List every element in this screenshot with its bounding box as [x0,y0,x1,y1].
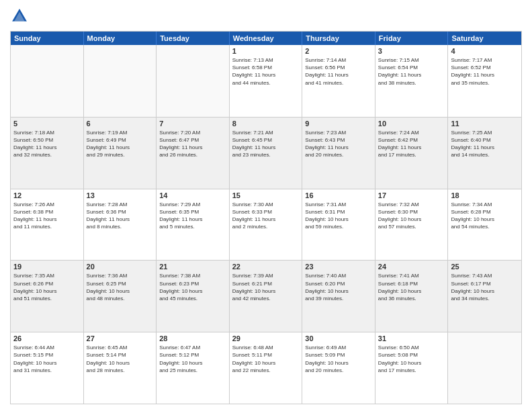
cell-info: Sunrise: 7:26 AMSunset: 6:38 PMDaylight:… [13,201,81,231]
calendar-cell-11: 9Sunrise: 7:23 AMSunset: 6:43 PMDaylight… [302,118,375,189]
day-number: 23 [305,263,372,271]
calendar-row-4: 19Sunrise: 7:35 AMSunset: 6:26 PMDayligh… [11,260,521,332]
cell-info: Sunrise: 7:25 AMSunset: 6:40 PMDaylight:… [451,129,519,159]
day-number: 16 [305,191,372,199]
day-number: 7 [159,120,226,128]
cell-info: Sunrise: 7:41 AMSunset: 6:18 PMDaylight:… [378,272,445,302]
day-number: 28 [159,334,226,342]
calendar-cell-9: 7Sunrise: 7:20 AMSunset: 6:47 PMDaylight… [157,118,230,189]
cell-info: Sunrise: 7:32 AMSunset: 6:30 PMDaylight:… [378,201,445,231]
header-day-saturday: Saturday [448,32,521,45]
cell-info: Sunrise: 7:15 AMSunset: 6:54 PMDaylight:… [378,56,445,87]
header [10,7,522,26]
calendar-body: 1Sunrise: 7:13 AMSunset: 6:58 PMDaylight… [11,45,521,404]
calendar-cell-25: 23Sunrise: 7:40 AMSunset: 6:20 PMDayligh… [302,261,375,332]
cell-info: Sunrise: 6:48 AMSunset: 5:11 PMDaylight:… [232,344,300,374]
calendar-row-1: 1Sunrise: 7:13 AMSunset: 6:58 PMDaylight… [11,45,521,117]
day-number: 11 [451,120,519,128]
calendar-cell-22: 20Sunrise: 7:36 AMSunset: 6:25 PMDayligh… [84,261,157,332]
cell-info: Sunrise: 7:29 AMSunset: 6:35 PMDaylight:… [159,201,226,231]
cell-info: Sunrise: 6:44 AMSunset: 5:15 PMDaylight:… [13,344,81,374]
cell-info: Sunrise: 7:20 AMSunset: 6:47 PMDaylight:… [159,129,226,159]
header-day-monday: Monday [84,32,157,45]
day-number: 4 [451,47,519,55]
day-number: 19 [13,263,81,271]
day-number: 17 [378,191,445,199]
day-number: 8 [232,120,300,128]
day-number: 21 [159,263,226,271]
day-number: 27 [87,334,154,342]
header-day-thursday: Thursday [302,32,375,45]
calendar-cell-34 [448,332,521,404]
day-number: 13 [87,191,154,199]
calendar-cell-13: 11Sunrise: 7:25 AMSunset: 6:40 PMDayligh… [448,118,521,189]
header-day-tuesday: Tuesday [157,32,230,45]
calendar-cell-12: 10Sunrise: 7:24 AMSunset: 6:42 PMDayligh… [375,118,449,189]
cell-info: Sunrise: 7:40 AMSunset: 6:20 PMDaylight:… [305,272,372,302]
calendar-cell-27: 25Sunrise: 7:43 AMSunset: 6:17 PMDayligh… [448,261,521,332]
day-number: 20 [87,263,154,271]
day-number: 22 [232,263,300,271]
day-number: 30 [305,334,372,342]
logo [10,7,32,26]
day-number: 6 [87,120,154,128]
header-day-wednesday: Wednesday [230,32,303,45]
calendar-cell-0 [11,45,84,117]
calendar-row-3: 12Sunrise: 7:26 AMSunset: 6:38 PMDayligh… [11,189,521,261]
cell-info: Sunrise: 7:43 AMSunset: 6:17 PMDaylight:… [451,272,519,302]
calendar-cell-21: 19Sunrise: 7:35 AMSunset: 6:26 PMDayligh… [11,261,84,332]
cell-info: Sunrise: 7:14 AMSunset: 6:56 PMDaylight:… [305,56,372,87]
calendar-cell-8: 6Sunrise: 7:19 AMSunset: 6:49 PMDaylight… [84,118,157,189]
cell-info: Sunrise: 6:50 AMSunset: 5:08 PMDaylight:… [378,344,445,374]
cell-info: Sunrise: 7:39 AMSunset: 6:21 PMDaylight:… [232,272,300,302]
cell-info: Sunrise: 7:36 AMSunset: 6:25 PMDaylight:… [87,272,154,302]
calendar-cell-18: 16Sunrise: 7:31 AMSunset: 6:31 PMDayligh… [302,189,375,261]
calendar-cell-17: 15Sunrise: 7:30 AMSunset: 6:33 PMDayligh… [230,189,303,261]
cell-info: Sunrise: 7:38 AMSunset: 6:23 PMDaylight:… [159,272,226,302]
calendar-cell-32: 30Sunrise: 6:49 AMSunset: 5:09 PMDayligh… [302,332,375,404]
calendar-cell-5: 3Sunrise: 7:15 AMSunset: 6:54 PMDaylight… [375,45,449,117]
cell-info: Sunrise: 7:18 AMSunset: 6:50 PMDaylight:… [13,129,81,159]
calendar-row-2: 5Sunrise: 7:18 AMSunset: 6:50 PMDaylight… [11,117,521,189]
day-number: 12 [13,191,81,199]
cell-info: Sunrise: 7:17 AMSunset: 6:52 PMDaylight:… [451,56,519,87]
cell-info: Sunrise: 7:24 AMSunset: 6:42 PMDaylight:… [378,129,445,159]
calendar-cell-14: 12Sunrise: 7:26 AMSunset: 6:38 PMDayligh… [11,189,84,261]
calendar-cell-2 [157,45,230,117]
cell-info: Sunrise: 7:23 AMSunset: 6:43 PMDaylight:… [305,129,372,159]
day-number: 14 [159,191,226,199]
header-day-friday: Friday [375,32,449,45]
calendar-cell-29: 27Sunrise: 6:45 AMSunset: 5:14 PMDayligh… [84,332,157,404]
calendar-cell-20: 18Sunrise: 7:34 AMSunset: 6:28 PMDayligh… [448,189,521,261]
day-number: 25 [451,263,519,271]
cell-info: Sunrise: 6:47 AMSunset: 5:12 PMDaylight:… [159,344,226,374]
day-number: 15 [232,191,300,199]
calendar-cell-31: 29Sunrise: 6:48 AMSunset: 5:11 PMDayligh… [230,332,303,404]
day-number: 18 [451,191,519,199]
calendar-cell-26: 24Sunrise: 7:41 AMSunset: 6:18 PMDayligh… [375,261,449,332]
calendar-cell-19: 17Sunrise: 7:32 AMSunset: 6:30 PMDayligh… [375,189,449,261]
calendar: SundayMondayTuesdayWednesdayThursdayFrid… [10,31,522,404]
day-number: 3 [378,47,445,55]
calendar-header: SundayMondayTuesdayWednesdayThursdayFrid… [11,32,521,45]
calendar-cell-1 [84,45,157,117]
day-number: 1 [232,47,300,55]
calendar-row-5: 26Sunrise: 6:44 AMSunset: 5:15 PMDayligh… [11,332,521,404]
calendar-cell-6: 4Sunrise: 7:17 AMSunset: 6:52 PMDaylight… [448,45,521,117]
cell-info: Sunrise: 7:28 AMSunset: 6:36 PMDaylight:… [87,201,154,231]
day-number: 9 [305,120,372,128]
day-number: 29 [232,334,300,342]
calendar-cell-4: 2Sunrise: 7:14 AMSunset: 6:56 PMDaylight… [302,45,375,117]
calendar-cell-24: 22Sunrise: 7:39 AMSunset: 6:21 PMDayligh… [230,261,303,332]
logo-icon [10,7,29,26]
day-number: 24 [378,263,445,271]
cell-info: Sunrise: 6:45 AMSunset: 5:14 PMDaylight:… [87,344,154,374]
page: SundayMondayTuesdayWednesdayThursdayFrid… [0,0,532,411]
day-number: 31 [378,334,445,342]
cell-info: Sunrise: 7:19 AMSunset: 6:49 PMDaylight:… [87,129,154,159]
header-day-sunday: Sunday [11,32,84,45]
calendar-cell-10: 8Sunrise: 7:21 AMSunset: 6:45 PMDaylight… [230,118,303,189]
cell-info: Sunrise: 7:13 AMSunset: 6:58 PMDaylight:… [232,56,300,87]
day-number: 26 [13,334,81,342]
calendar-cell-3: 1Sunrise: 7:13 AMSunset: 6:58 PMDaylight… [230,45,303,117]
